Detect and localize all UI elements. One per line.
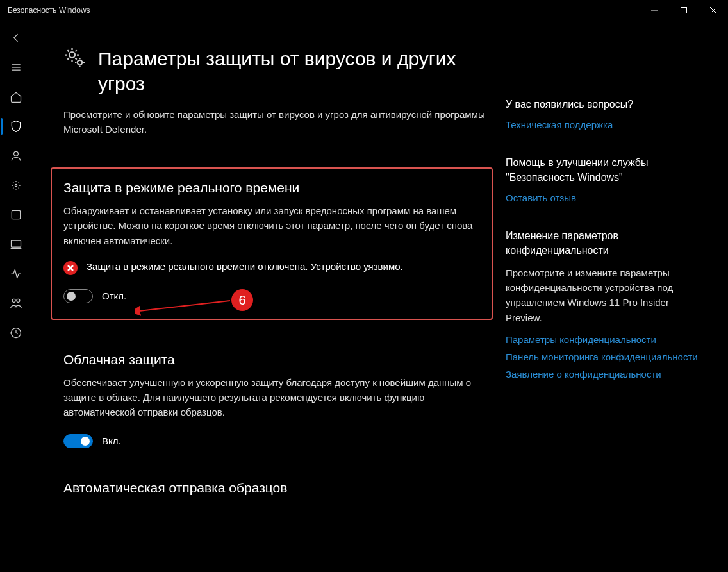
realtime-toggle[interactable] xyxy=(63,289,93,303)
settings-gears-icon xyxy=(63,46,87,71)
feedback-link[interactable]: Оставить отзыв xyxy=(506,192,698,203)
cloud-toggle-label: Вкл. xyxy=(102,435,121,446)
sidebar-item-performance[interactable] xyxy=(1,259,31,289)
realtime-description: Обнаруживает и останавливает установку и… xyxy=(63,203,480,248)
svg-rect-1 xyxy=(681,8,687,13)
cloud-protection-section: Облачная защита Обеспечивает улучшенную … xyxy=(63,352,486,448)
privacy-link-statement[interactable]: Заявление о конфиденциальности xyxy=(506,369,698,380)
error-icon xyxy=(63,261,78,275)
back-button[interactable] xyxy=(1,23,31,53)
privacy-link-dashboard[interactable]: Панель мониторинга конфиденциальности xyxy=(506,351,698,362)
page-description: Просмотрите и обновите параметры защиты … xyxy=(63,108,486,137)
svg-rect-9 xyxy=(12,210,20,219)
titlebar: Безопасность Windows xyxy=(0,0,728,21)
feedback-heading: Помощь в улучшении службы "Безопасность … xyxy=(506,156,698,185)
questions-heading: У вас появились вопросы? xyxy=(506,97,698,112)
sidebar-item-account[interactable] xyxy=(1,141,31,171)
privacy-link-settings[interactable]: Параметры конфиденциальности xyxy=(506,334,698,345)
menu-button[interactable] xyxy=(1,53,31,82)
realtime-heading: Защита в режиме реального времени xyxy=(63,180,480,196)
privacy-heading: Изменение параметров конфиденциальности xyxy=(506,229,698,258)
autosample-section: Автоматическая отправка образцов xyxy=(63,480,486,496)
sidebar-item-firewall[interactable] xyxy=(1,171,31,200)
page-title: Параметры защиты от вирусов и других угр… xyxy=(98,46,486,96)
sidebar-item-virus[interactable] xyxy=(1,112,31,141)
svg-point-13 xyxy=(16,299,19,302)
svg-point-12 xyxy=(12,299,15,302)
sidebar-item-history[interactable] xyxy=(1,318,31,348)
content-area: Параметры защиты от вирусов и других угр… xyxy=(63,46,486,572)
svg-rect-10 xyxy=(11,240,21,247)
realtime-toggle-label: Откл. xyxy=(102,290,126,301)
support-link[interactable]: Техническая поддержка xyxy=(506,119,698,130)
aside-panel: У вас появились вопросы? Техническая под… xyxy=(506,46,698,572)
autosample-heading: Автоматическая отправка образцов xyxy=(63,480,486,496)
privacy-description: Просмотрите и измените параметры конфиде… xyxy=(506,265,698,325)
sidebar xyxy=(0,21,31,572)
sidebar-item-appcontrol[interactable] xyxy=(1,200,31,230)
cloud-description: Обеспечивает улучшенную и ускоренную защ… xyxy=(63,375,486,420)
sidebar-item-home[interactable] xyxy=(1,82,31,112)
sidebar-item-family[interactable] xyxy=(1,289,31,318)
svg-point-7 xyxy=(13,151,18,156)
cloud-heading: Облачная защита xyxy=(63,352,486,367)
realtime-warning: Защита в режиме реального времени отключ… xyxy=(87,260,403,274)
realtime-protection-section: Защита в режиме реального времени Обнару… xyxy=(51,167,493,320)
svg-point-8 xyxy=(15,184,17,186)
minimize-button[interactable] xyxy=(640,0,669,21)
svg-point-16 xyxy=(78,60,83,65)
annotation-badge: 6 xyxy=(231,289,253,311)
close-button[interactable] xyxy=(699,0,728,21)
svg-point-15 xyxy=(69,52,75,58)
sidebar-item-device[interactable] xyxy=(1,230,31,259)
window-title: Безопасность Windows xyxy=(8,6,90,15)
cloud-toggle[interactable] xyxy=(63,434,93,448)
maximize-button[interactable] xyxy=(669,0,699,21)
